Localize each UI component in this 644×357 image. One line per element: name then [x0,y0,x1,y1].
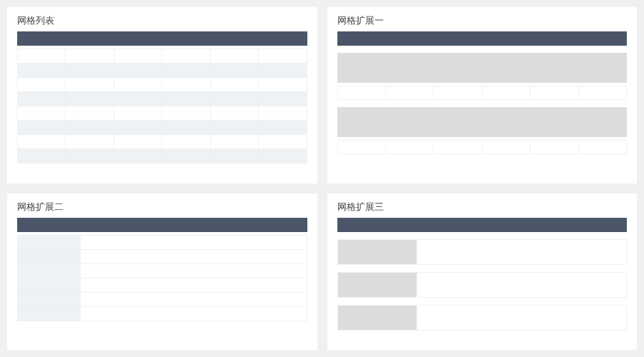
table-row[interactable] [18,292,307,306]
cell[interactable] [386,140,434,154]
label-cell [18,278,46,292]
thumbnail-placeholder [338,240,417,264]
table-row[interactable] [18,263,307,278]
label-cell [18,235,46,249]
content-placeholder [417,306,627,330]
thumbnail-placeholder [338,306,417,330]
cell[interactable] [386,86,434,100]
content-cell [81,292,307,306]
panel-grid-ext-3: 网格扩展三 [327,193,638,351]
cell-row [337,140,628,154]
panel-title: 网格列表 [17,14,307,27]
label-cell [18,292,46,306]
table-header-bar [17,218,307,232]
table-row[interactable] [18,278,307,292]
label-cell [46,249,81,263]
table-row[interactable] [18,121,307,135]
content-cell [81,306,307,321]
cell[interactable] [337,140,386,154]
cell[interactable] [482,140,530,154]
table-row[interactable] [18,149,307,164]
panel-title: 网格扩展三 [337,201,628,213]
content-cell [81,278,307,292]
table-header-bar [17,31,307,46]
image-placeholder [337,107,628,137]
cell[interactable] [530,140,578,154]
panel-grid-ext-1: 网格扩展一 [327,7,638,183]
table-row[interactable] [18,235,307,249]
label-cell [18,263,46,278]
label-content-table [17,235,307,321]
table-row[interactable] [18,49,307,64]
image-placeholder [337,53,628,83]
label-cell [46,235,81,249]
table-header-bar [337,218,628,232]
label-cell [46,278,81,292]
table-row[interactable] [18,135,307,149]
content-placeholder [417,273,627,297]
cell-row [337,86,628,100]
cell[interactable] [482,86,530,100]
label-cell [18,306,46,321]
content-cell [81,235,307,249]
panel-grid-list: 网格列表 [7,7,317,183]
list-item[interactable] [337,53,628,100]
content-cell [81,263,307,278]
cell[interactable] [337,86,386,100]
label-cell [46,263,81,278]
table-row[interactable] [18,249,307,263]
label-cell [18,249,46,263]
table-row[interactable] [18,78,307,92]
label-cell [46,306,81,321]
cell[interactable] [579,140,627,154]
panel-title: 网格扩展一 [337,14,628,27]
thumbnail-placeholder [338,273,417,297]
list-item[interactable] [337,107,628,154]
table-row[interactable] [18,106,307,121]
table-header-bar [337,31,628,46]
cell[interactable] [434,140,482,154]
table-row[interactable] [18,64,307,78]
table-row[interactable] [18,306,307,321]
content-cell [81,249,307,263]
cell[interactable] [579,86,627,100]
list-item[interactable] [337,305,628,331]
list-item[interactable] [337,272,628,298]
cell[interactable] [434,86,482,100]
list-item[interactable] [337,239,628,265]
grid-list-table [17,49,307,164]
panel-grid-ext-2: 网格扩展二 [7,193,317,351]
cell[interactable] [530,86,578,100]
table-row[interactable] [18,92,307,106]
content-placeholder [417,240,627,264]
label-cell [46,292,81,306]
panel-title: 网格扩展二 [17,201,307,213]
